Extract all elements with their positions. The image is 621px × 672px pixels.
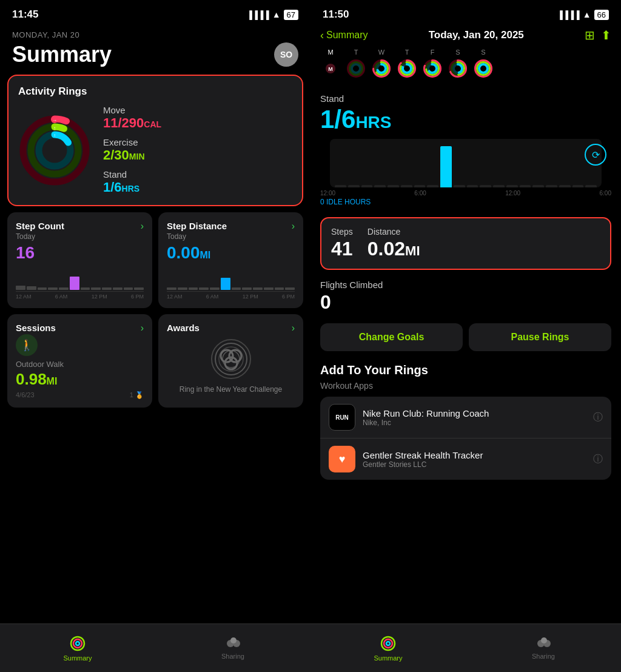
steps-block: Steps 41 — [331, 227, 353, 260]
summary-icon-right — [380, 635, 397, 652]
day-item-t1[interactable]: T — [346, 49, 366, 79]
activity-rings-card[interactable]: Activity Rings → ↑ — [7, 75, 303, 206]
list-item[interactable]: ♥ Gentler Streak Health Tracker Gentler … — [320, 438, 611, 480]
move-stat: Move 11/290CAL — [103, 105, 161, 131]
left-header: MONDAY, JAN 20 Summary SO — [0, 25, 310, 75]
bottom-nav-left: Summary Sharing — [0, 623, 310, 672]
step-count-value: 16 — [16, 243, 144, 263]
stand-refresh-button[interactable]: ⟳ — [585, 144, 606, 166]
idle-hours-label: 0 IDLE HOURS — [310, 198, 621, 212]
back-label: Summary — [326, 30, 368, 41]
svg-point-65 — [541, 637, 547, 643]
day-letter-s2: S — [481, 49, 485, 56]
step-count-sub: Today — [16, 232, 144, 241]
exercise-label: Exercise — [103, 137, 161, 147]
steps-distance-card[interactable]: Steps 41 Distance 0.02MI — [320, 217, 611, 270]
awards-medal — [210, 338, 252, 380]
sessions-walk-label: Outdoor Walk — [16, 360, 144, 369]
avatar[interactable]: SO — [274, 42, 298, 67]
svg-text:↑: ↑ — [53, 133, 56, 138]
action-buttons: Change Goals Pause Rings — [310, 321, 621, 361]
step-distance-chart — [167, 267, 295, 292]
day-item-s2[interactable]: S — [473, 49, 494, 79]
back-button[interactable]: ‹ Summary — [320, 29, 368, 42]
step-count-labels: 12 AM 6 AM 12 PM 6 PM — [16, 294, 144, 300]
awards-arrow[interactable]: › — [292, 323, 295, 334]
nike-info-icon[interactable]: ⓘ — [593, 411, 603, 424]
awards-title: Awards — [167, 323, 295, 333]
day-item-s1[interactable]: S — [448, 49, 468, 79]
distance-label: Distance — [368, 227, 420, 237]
activity-rings-title: Activity Rings — [18, 86, 292, 98]
status-bar-left: 11:45 ▐▐▐▐ ▲ 67 — [0, 0, 310, 25]
day-item-w[interactable]: W — [371, 49, 392, 79]
awards-caption: Ring in the New Year Challenge — [167, 385, 295, 394]
stand-chart-container: ⟳ — [320, 139, 611, 187]
svg-text:M: M — [328, 66, 333, 72]
cards-grid-bottom: Sessions › 🚶 Outdoor Walk 0.98MI 4/6/23 … — [7, 314, 303, 408]
svg-point-62 — [386, 642, 390, 645]
summary-icon-left — [69, 635, 86, 652]
distance-value: 0.02MI — [368, 238, 420, 260]
step-distance-card[interactable]: Step Distance › Today 0.00MI — [158, 212, 303, 308]
nav-summary-left[interactable]: Summary — [0, 635, 155, 662]
gentler-info-icon[interactable]: ⓘ — [593, 453, 603, 466]
step-count-chart — [16, 267, 144, 292]
day-item-f[interactable]: F — [422, 49, 443, 79]
step-distance-labels: 12 AM 6 AM 12 PM 6 PM — [167, 294, 295, 300]
steps-label: Steps — [331, 227, 353, 237]
right-page-date: Today, Jan 20, 2025 — [429, 29, 524, 41]
list-item[interactable]: RUN Nike Run Club: Running Coach Nike, I… — [320, 397, 611, 438]
calendar-icon[interactable]: ⊞ — [585, 28, 595, 42]
share-icon[interactable]: ⬆ — [601, 28, 611, 42]
awards-card[interactable]: Awards › Ring in the New Year Challenge — [158, 314, 303, 408]
status-bar-right: 11:50 ▐▐▐▐ ▲ 66 — [310, 0, 621, 25]
nike-app-icon: RUN — [329, 404, 355, 431]
left-panel: 11:45 ▐▐▐▐ ▲ 67 MONDAY, JAN 20 Summary S… — [0, 0, 310, 672]
sessions-icon: 🚶 — [16, 334, 38, 356]
nav-summary-label-left: Summary — [63, 654, 92, 662]
move-value: 11/290CAL — [103, 115, 161, 131]
nav-sharing-right[interactable]: Sharing — [466, 637, 621, 660]
day-letter-f: F — [431, 49, 435, 56]
nav-sharing-label-right: Sharing — [532, 653, 555, 660]
status-icons-left: ▐▐▐▐ ▲ 67 — [247, 10, 298, 20]
step-count-arrow[interactable]: › — [141, 221, 144, 232]
cards-grid-top: Step Count › Today 16 12 AM 6 AM — [7, 212, 303, 308]
step-distance-arrow[interactable]: › — [292, 221, 295, 232]
nike-app-company: Nike, Inc — [363, 418, 586, 427]
chart-time-labels: 12:00 6:00 12:00 6:00 — [310, 187, 621, 198]
sessions-walk-value: 0.98MI — [16, 370, 144, 389]
signal-icon-right: ▐▐▐▐ — [557, 10, 580, 19]
chevron-left-icon: ‹ — [320, 29, 324, 42]
steps-value: 41 — [331, 238, 353, 260]
wifi-icon: ▲ — [272, 10, 281, 19]
battery-right: 66 — [594, 10, 609, 20]
stand-value-left: 1/6HRS — [103, 180, 161, 195]
nav-sharing-left[interactable]: Sharing — [155, 637, 310, 660]
workout-apps-label: Workout Apps — [320, 381, 611, 391]
nav-summary-right[interactable]: Summary — [310, 635, 466, 662]
header-icons: ⊞ ⬆ — [585, 28, 611, 42]
sessions-arrow[interactable]: › — [141, 323, 144, 334]
svg-point-21 — [76, 642, 79, 645]
sessions-card[interactable]: Sessions › 🚶 Outdoor Walk 0.98MI 4/6/23 … — [7, 314, 152, 408]
nav-summary-label-right: Summary — [374, 654, 402, 662]
day-item-t2[interactable]: T — [397, 49, 417, 79]
step-count-card[interactable]: Step Count › Today 16 12 AM 6 AM — [7, 212, 152, 308]
add-rings-section: Add To Your Rings Workout Apps RUN Nike … — [310, 361, 621, 485]
stand-label-right: Stand — [320, 93, 611, 104]
day-letter-w: W — [378, 49, 384, 56]
svg-point-20 — [73, 639, 82, 648]
pause-rings-button[interactable]: Pause Rings — [469, 323, 611, 351]
day-item-m[interactable]: M M — [320, 49, 341, 79]
distance-block: Distance 0.02MI — [368, 227, 420, 260]
stand-value-right: 1/6HRS — [320, 105, 611, 134]
gentler-app-icon: ♥ — [329, 446, 355, 472]
exercise-stat: Exercise 2/30MIN — [103, 137, 161, 163]
gentler-app-info: Gentler Streak Health Tracker Gentler St… — [363, 450, 586, 469]
step-count-title: Step Count — [16, 221, 144, 231]
change-goals-button[interactable]: Change Goals — [320, 323, 463, 351]
nav-sharing-label-left: Sharing — [221, 653, 244, 660]
page-title: Summary — [12, 42, 112, 67]
